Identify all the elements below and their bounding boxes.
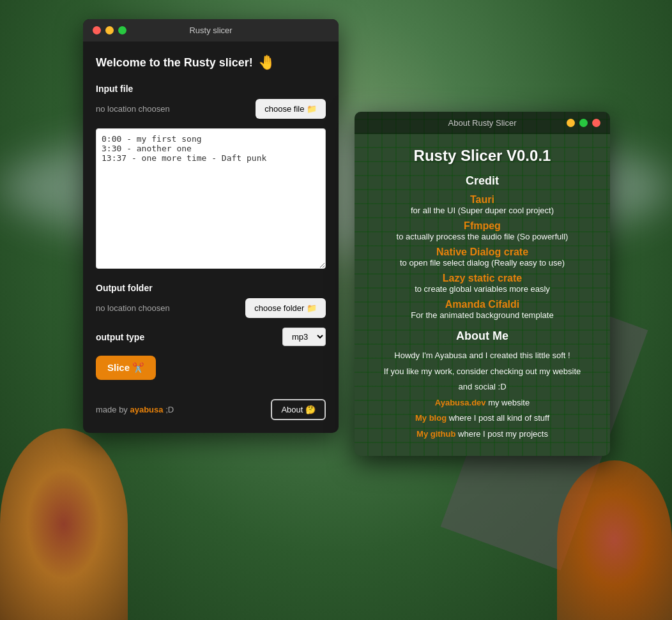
blog-link[interactable]: My blog [415,413,447,423]
ffmpeg-desc: to actually process the audio file (So p… [367,232,597,241]
slice-button[interactable]: Slice ✂️ [96,356,156,380]
credit-item-tauri: Tauri for all the UI (Super duper cool p… [367,194,597,215]
tauri-desc: for all the UI (Super duper cool project… [367,206,597,215]
input-file-label: Input file [96,84,326,94]
tracks-container: 0:00 - my first song 3:30 - another one … [96,128,326,271]
welcome-emoji: 🤚 [258,54,275,71]
main-window: Rusty slicer Welcome to the Rusty slicer… [83,19,339,433]
credit-item-amanda: Amanda Cifaldi For the animated backgrou… [367,299,597,320]
footer-row: made by ayabusa ;D About 🤔 [96,393,326,420]
made-by-suffix: ;D [164,405,174,414]
about-me-line-1: Howdy I'm Ayabusa and I created this lit… [367,349,597,362]
github-row: My github where I post my projects [367,428,597,441]
output-location-text: no location choosen [96,303,170,313]
input-location-text: no location choosen [96,104,170,114]
amanda-desc: For the animated background template [367,310,597,320]
input-file-row: no location choosen choose file 📁 [96,99,326,119]
main-content: Welcome to the Rusty slicer! 🤚 Input fil… [83,42,339,433]
minimize-button-about[interactable] [567,119,575,127]
ffmpeg-link[interactable]: Ffmpeg [464,220,501,231]
welcome-header: Welcome to the Rusty slicer! 🤚 [96,54,326,71]
output-type-select[interactable]: mp3 wav ogg [282,328,326,346]
tracks-textarea[interactable]: 0:00 - my first song 3:30 - another one … [96,128,326,269]
native-dialog-desc: to open file select dialog (Really easy … [367,258,597,268]
choose-folder-button[interactable]: choose folder 📁 [245,298,326,318]
main-window-title: Rusty slicer [189,26,232,35]
amanda-link[interactable]: Amanda Cifaldi [445,299,519,310]
close-button-about[interactable] [592,119,600,127]
made-by-prefix: made by [96,405,130,414]
about-button[interactable]: About 🤔 [271,399,326,420]
output-folder-label: Output folder [96,283,326,293]
website-row: Ayabusa.dev my website [367,397,597,409]
about-window: About Rusty Slicer Rusty Slicer V0.0.1 C… [355,112,610,456]
output-type-label: output type [96,332,144,342]
credit-item-ffmpeg: Ffmpeg to actually process the audio fil… [367,220,597,241]
output-folder-section: Output folder no location choosen choose… [96,283,326,318]
main-titlebar: Rusty slicer [83,19,339,42]
lazy-static-link[interactable]: Lazy static crate [443,273,523,284]
about-window-title: About Rusty Slicer [448,118,517,128]
about-me-line-2: If you like my work, consider checking o… [367,365,597,378]
credit-heading: Credit [367,174,597,188]
github-link[interactable]: My github [416,429,455,439]
about-content: Rusty Slicer V0.0.1 Credit Tauri for all… [355,134,610,456]
input-file-section: Input file no location choosen choose fi… [96,84,326,119]
about-me-line-3: and social :D [367,381,597,393]
close-button-main[interactable] [93,26,101,34]
choose-file-button[interactable]: choose file 📁 [256,99,326,119]
autumn-trees-left [0,428,128,620]
autumn-trees-right [557,460,672,620]
traffic-lights-about [567,119,600,127]
about-titlebar: About Rusty Slicer [355,112,610,134]
output-folder-row: no location choosen choose folder 📁 [96,298,326,318]
maximize-button-about[interactable] [579,119,588,127]
about-app-name: Rusty Slicer V0.0.1 [367,147,597,165]
credit-item-native-dialog: Native Dialog crate to open file select … [367,246,597,268]
welcome-text: Welcome to the Rusty slicer! [96,56,253,70]
lazy-static-desc: to create global variables more easly [367,284,597,294]
minimize-button-main[interactable] [105,26,114,34]
traffic-lights-main [93,26,126,34]
made-by-text: made by ayabusa ;D [96,405,174,414]
credit-item-lazy-static: Lazy static crate to create global varia… [367,273,597,294]
blog-row: My blog where I post all kind of stuff [367,412,597,425]
author-link[interactable]: ayabusa [130,405,163,414]
website-link[interactable]: Ayabusa.dev [435,398,486,407]
output-type-row: output type mp3 wav ogg [96,328,326,346]
native-dialog-link[interactable]: Native Dialog crate [436,246,528,257]
maximize-button-main[interactable] [118,26,126,34]
tauri-link[interactable]: Tauri [470,194,494,205]
about-me-heading: About Me [367,329,597,343]
